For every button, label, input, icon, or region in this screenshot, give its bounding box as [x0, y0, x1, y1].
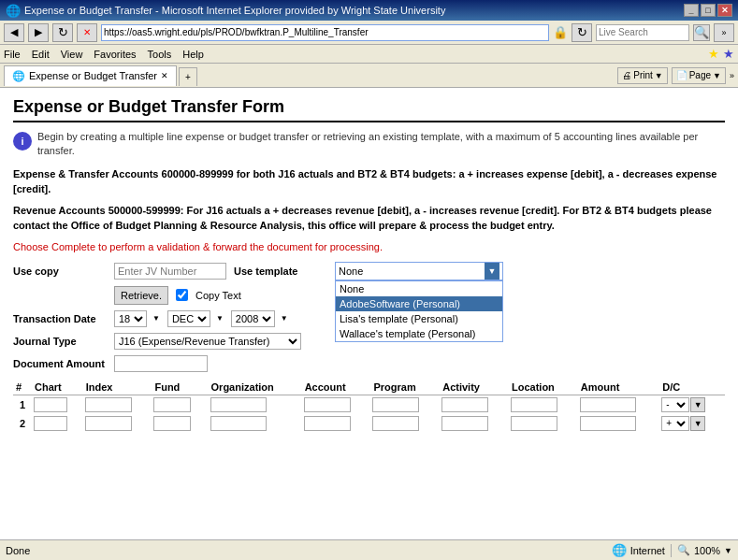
- use-template-label: Use template: [234, 266, 327, 277]
- tab-label: Expense or Budget Transfer: [29, 70, 157, 81]
- organization-input-2[interactable]: [210, 416, 267, 431]
- day-arrow-icon: ▼: [152, 314, 160, 323]
- col-program: Program: [370, 380, 440, 395]
- chart-input-2[interactable]: [34, 416, 67, 431]
- zoom-arrow-icon: ▼: [724, 546, 732, 555]
- use-copy-input[interactable]: [114, 263, 226, 280]
- program-input-2[interactable]: [372, 416, 419, 431]
- print-button[interactable]: 🖨 Print ▼: [617, 67, 667, 84]
- menu-tools[interactable]: Tools: [148, 49, 172, 60]
- col-account: Account: [302, 380, 371, 395]
- copy-text-label: Copy Text: [195, 290, 241, 301]
- fund-input-1[interactable]: [153, 397, 191, 412]
- template-option-lisa[interactable]: Lisa's template (Personal): [336, 311, 502, 326]
- year-select[interactable]: 2008: [231, 310, 275, 327]
- document-amount-input[interactable]: [114, 355, 208, 372]
- refresh-button[interactable]: ↻: [52, 23, 73, 42]
- stop-button[interactable]: ✕: [77, 23, 97, 42]
- table-row: 2 + - ▼: [13, 414, 725, 433]
- transaction-date-label: Transaction Date: [13, 313, 107, 324]
- page-title: Expense or Budget Transfer Form: [13, 97, 725, 122]
- template-option-wallace[interactable]: Wallace's template (Personal): [336, 326, 502, 341]
- menu-edit[interactable]: Edit: [32, 49, 50, 60]
- activity-input-2[interactable]: [441, 416, 488, 431]
- col-activity: Activity: [440, 380, 509, 395]
- dc-down-1[interactable]: ▼: [690, 397, 705, 412]
- dc-select-2[interactable]: + -: [661, 416, 689, 431]
- new-tab-button[interactable]: +: [179, 67, 197, 86]
- menu-view[interactable]: View: [61, 49, 83, 60]
- organization-input-1[interactable]: [210, 397, 267, 412]
- month-select[interactable]: DEC: [167, 310, 210, 327]
- data-table: # Chart Index Fund Organization Account …: [13, 380, 725, 433]
- page-button[interactable]: 📄 Page ▼: [672, 67, 726, 84]
- location-input-1[interactable]: [511, 397, 557, 412]
- amount-input-1[interactable]: [580, 397, 636, 412]
- back-button[interactable]: ◀: [4, 23, 24, 42]
- day-select[interactable]: 18: [114, 310, 147, 327]
- index-input-1[interactable]: [85, 397, 132, 412]
- template-option-adobe[interactable]: AdobeSoftware (Personal): [336, 296, 502, 311]
- template-option-none[interactable]: None: [336, 281, 502, 296]
- col-chart: Chart: [32, 380, 83, 395]
- close-button[interactable]: ✕: [717, 4, 732, 17]
- page-arrow-icon: ▼: [713, 71, 721, 80]
- row-num-2: 2: [13, 414, 32, 433]
- menu-file[interactable]: File: [4, 49, 21, 60]
- add-favorites-icon[interactable]: ★: [723, 47, 734, 61]
- window-title: Expense or Budget Transfer - Microsoft I…: [24, 5, 445, 16]
- address-bar: ◀ ▶ ↻ ✕ 🔒 ↻ 🔍 »: [0, 21, 738, 45]
- search-go-button[interactable]: 🔍: [693, 24, 710, 41]
- main-tab[interactable]: 🌐 Expense or Budget Transfer ✕: [4, 65, 177, 86]
- zoom-icon: 🔍: [677, 544, 690, 556]
- forward-button[interactable]: ▶: [28, 23, 49, 42]
- location-input-2[interactable]: [511, 416, 557, 431]
- dc-select-1[interactable]: - +: [661, 397, 689, 412]
- instructions-block: Expense & Transfer Accounts 600000-89999…: [13, 166, 725, 234]
- address-input[interactable]: [101, 24, 549, 41]
- favorites-star-icon: ★: [708, 47, 719, 61]
- retrieve-button[interactable]: Retrieve.: [114, 286, 168, 305]
- content-area: Expense or Budget Transfer Form i Begin …: [0, 88, 738, 521]
- lock-icon: 🔒: [553, 25, 568, 39]
- template-selected-text: None: [339, 266, 485, 277]
- template-dropdown-arrow: ▼: [485, 263, 499, 280]
- journal-type-select[interactable]: J16 (Expense/Revenue Transfer): [114, 333, 301, 350]
- info-icon: i: [13, 132, 32, 151]
- journal-type-label: Journal Type: [13, 336, 107, 347]
- refresh-address-button[interactable]: ↻: [572, 23, 592, 42]
- tab-close-button[interactable]: ✕: [161, 71, 168, 80]
- toolbar-expand-button[interactable]: »: [730, 71, 734, 80]
- use-copy-label: Use copy: [13, 266, 107, 277]
- fund-input-2[interactable]: [153, 416, 191, 431]
- toolbar-more-button[interactable]: »: [714, 23, 734, 42]
- dc-down-2[interactable]: ▼: [690, 416, 705, 431]
- internet-zone-icon: 🌐: [612, 543, 627, 557]
- instruction-2: Revenue Accounts 500000-599999: For J16 …: [13, 203, 725, 234]
- search-input[interactable]: [596, 24, 689, 41]
- template-select[interactable]: None ▼: [335, 262, 503, 280]
- col-fund: Fund: [152, 380, 208, 395]
- menu-favorites[interactable]: Favorites: [94, 49, 136, 60]
- activity-input-1[interactable]: [441, 397, 488, 412]
- info-text: Begin by creating a multiple line expens…: [37, 130, 725, 159]
- menu-help[interactable]: Help: [182, 49, 204, 60]
- instruction-1: Expense & Transfer Accounts 600000-89999…: [13, 166, 725, 197]
- amount-input-2[interactable]: [580, 416, 636, 431]
- account-input-2[interactable]: [304, 416, 351, 431]
- print-icon: 🖨: [622, 70, 631, 80]
- program-input-1[interactable]: [372, 397, 419, 412]
- month-arrow-icon: ▼: [216, 314, 224, 323]
- copy-text-checkbox[interactable]: [176, 289, 188, 301]
- col-dc: D/C: [659, 380, 725, 395]
- chart-input-1[interactable]: [34, 397, 67, 412]
- col-index: Index: [83, 380, 152, 395]
- year-arrow-icon: ▼: [281, 314, 288, 323]
- row-num-1: 1: [13, 395, 32, 414]
- maximize-button[interactable]: □: [701, 4, 716, 17]
- minimize-button[interactable]: _: [684, 4, 699, 17]
- index-input-2[interactable]: [85, 416, 132, 431]
- title-bar: 🌐 Expense or Budget Transfer - Microsoft…: [0, 0, 738, 21]
- account-input-1[interactable]: [304, 397, 351, 412]
- page-icon: 📄: [676, 70, 687, 80]
